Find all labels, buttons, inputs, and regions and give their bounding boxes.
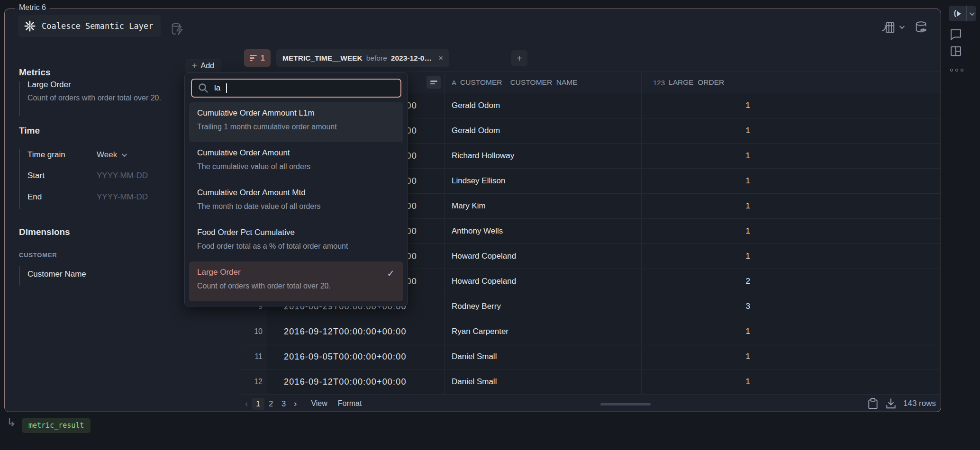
customer-cell: Daniel Small [445,369,642,394]
filter-count: 1 [261,54,265,63]
dimension-group-label: CUSTOMER [19,252,57,259]
dimension-item[interactable]: Customer Name [27,270,86,279]
table-row[interactable]: 112016-09-05T00:00:00+00:00Daniel Small1 [241,344,941,369]
dimension-name: Customer Name [27,270,86,279]
text-caret [226,83,227,93]
active-filter-chip[interactable]: METRIC_TIME__WEEK before 2023-12-0… × [276,49,449,67]
metric-search-input[interactable]: la [191,79,401,98]
filter-icon [250,55,257,62]
output-arrow-icon: ↳ [7,416,16,429]
run-cell-button[interactable]: ( [949,6,976,21]
customer-cell: Gerald Odom [445,118,642,143]
preview-data-icon[interactable] [915,20,930,35]
time-grain-label: Time grain [27,150,97,160]
dropdown-item-title: Cumulative Order Ammount L1m [197,108,396,118]
start-date-input[interactable]: YYYY-MM-DD [97,171,148,180]
coalesce-snowflake-icon [24,20,36,32]
large-order-column-header[interactable]: 123 LARGE_ORDER [642,72,758,93]
dropdown-item[interactable]: Food Order Pct CumulativeFood order tota… [189,222,403,261]
dropdown-item-description: The cumulative value of all orders [197,162,396,171]
page-button[interactable]: 3 [277,398,290,410]
customer-cell: Howard Copeland [445,244,642,269]
date-cell: 2016-09-12T00:00:00+00:00 [267,319,445,344]
dropdown-item-title: Large Order [197,268,396,277]
page-button[interactable]: 2 [264,398,277,410]
number-type-icon: 123 [653,79,665,87]
customer-column-header[interactable]: A CUSTOMER__CUSTOMER_NAME [445,72,642,93]
result-variable-chip[interactable]: metric_result [22,418,91,433]
column-filter-icon[interactable] [426,76,441,89]
end-date-input[interactable]: YYYY-MM-DD [97,192,148,202]
output-type-chevron-icon[interactable] [899,25,903,29]
empty-cell [758,244,941,269]
search-query: la [214,83,220,93]
push-to-warehouse-icon[interactable] [171,22,184,36]
date-cell: 2016-09-05T00:00:00+00:00 [267,344,445,369]
more-options-icon[interactable] [950,69,963,72]
large-order-cell: 1 [642,169,758,193]
cell-title: Metric 6 [15,3,50,12]
filter-operator: before [366,54,387,63]
horizontal-scrollbar[interactable] [600,403,651,405]
empty-cell [758,144,941,168]
large-order-cell: 1 [642,219,758,243]
page-button[interactable]: 1 [252,398,264,410]
plus-icon: + [192,61,197,71]
dropdown-item-title: Food Order Pct Cumulative [197,228,396,237]
customer-cell: Rodney Berry [445,294,642,319]
row-number-cell: 11 [241,344,267,369]
dropdown-item[interactable]: Large OrderCount of orders with order to… [189,261,403,301]
large-order-cell: 1 [642,144,758,168]
tab-view[interactable]: View [311,399,327,408]
date-cell: 2016-09-12T00:00:00+00:00 [267,369,445,394]
filter-count-chip[interactable]: 1 [244,49,271,67]
customer-cell: Anthony Wells [445,219,642,243]
empty-cell [758,194,941,218]
dropdown-item[interactable]: Cumulative Order Ammount L1mTrailing 1 m… [189,102,403,142]
table-row[interactable]: 122016-09-12T00:00:00+00:00Daniel Small1 [241,369,941,395]
end-label: End [27,192,97,202]
time-heading: Time [19,126,40,136]
comment-icon[interactable] [949,27,962,41]
metrics-heading: Metrics [19,67,51,78]
start-label: Start [27,171,97,180]
dimensions-heading: Dimensions [19,227,70,237]
dropdown-item[interactable]: Cumulative Order AmountThe cumulative va… [189,142,403,182]
tab-format[interactable]: Format [338,399,362,408]
empty-cell [758,369,941,394]
dimension-indent-line [19,266,20,286]
table-row[interactable]: 102016-09-12T00:00:00+00:00Ryan Carpente… [241,319,941,344]
large-order-cell: 1 [642,344,758,369]
copy-table-icon[interactable] [867,397,879,410]
semantic-layer-source-chip[interactable]: Coalesce Semantic Layer [18,15,161,37]
next-page-button[interactable]: › [290,398,300,408]
prev-page-button[interactable]: ‹ [241,398,252,409]
dropdown-item-title: Cumulative Order Amount [197,148,396,158]
add-metric-button[interactable]: + Add [185,59,221,73]
end-date-row: End YYYY-MM-DD [27,192,148,202]
selected-metric-item[interactable]: Large Order Count of orders with order t… [27,80,161,102]
search-icon [198,82,209,94]
add-filter-button[interactable]: + [511,50,527,66]
time-grain-row[interactable]: Time grain Week [27,150,126,160]
empty-cell [758,269,941,294]
large-order-cell: 1 [642,369,758,394]
large-order-cell: 1 [642,194,758,218]
run-options-chevron-icon[interactable] [967,12,976,16]
layout-icon[interactable] [949,45,962,58]
dropdown-item-description: Food order total as a % of total order a… [197,242,396,251]
dropdown-item[interactable]: Cumulative Order Amount MtdThe month to … [189,182,403,222]
large-order-cell: 3 [642,294,758,319]
download-icon[interactable] [885,397,897,410]
empty-cell [758,344,941,369]
remove-filter-icon[interactable]: × [438,54,443,63]
row-number-cell: 12 [241,369,267,394]
metric-description: Count of orders with order total over 20… [27,94,161,102]
dropdown-item-description: Trailing 1 month cumulative order amount [197,123,396,131]
start-date-row: Start YYYY-MM-DD [27,171,148,180]
run-icon[interactable]: ( [949,6,967,21]
customer-cell: Lindsey Ellison [445,169,642,193]
metric-dropdown-items: Cumulative Order Ammount L1mTrailing 1 m… [189,102,403,301]
output-table-icon[interactable] [881,20,896,35]
metric-name: Large Order [27,80,161,90]
